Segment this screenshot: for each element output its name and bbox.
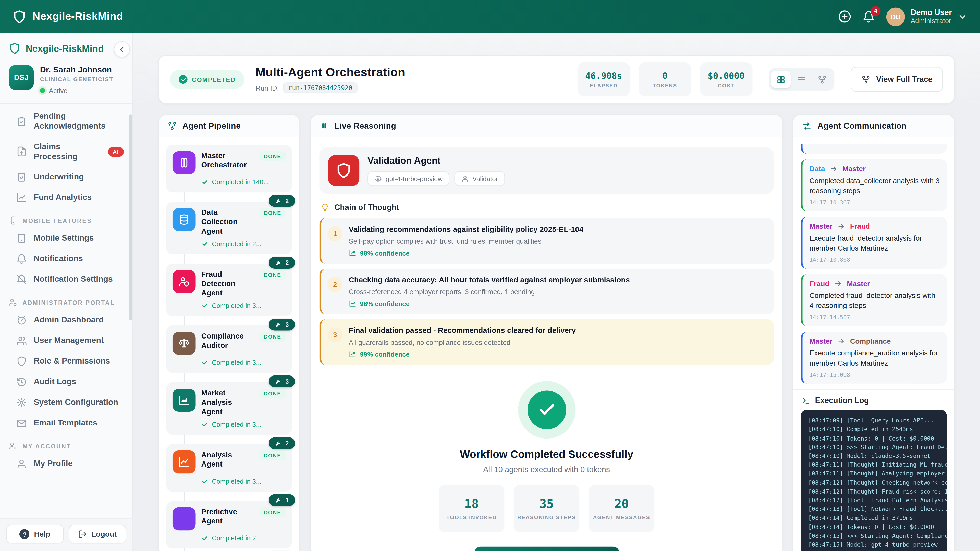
user-name: Demo User <box>911 8 952 17</box>
sidebar-shield-icon <box>9 43 21 55</box>
run-stat-tokens: 0TOKENS <box>639 62 691 96</box>
sidebar-item-user-management[interactable]: User Management <box>0 330 132 351</box>
sidebar-collapse-button[interactable] <box>114 41 130 58</box>
comm-message-1: DataMasterCompleted data_collector analy… <box>800 159 947 211</box>
run-stats: 46.908sELAPSED0TOKENS$0.0000COST <box>578 62 752 96</box>
tools-count-badge: 3 <box>269 375 295 387</box>
execution-log-panel[interactable]: [08:47:09] [Tool] Query Hours API... [08… <box>800 410 947 551</box>
step-number: 1 <box>328 226 342 241</box>
communication-scroll-area[interactable]: DataMasterCompleted data_collector analy… <box>793 138 955 384</box>
arrow-right-icon <box>834 280 842 287</box>
done-badge: DONE <box>259 389 286 399</box>
scales-icon <box>172 332 196 355</box>
chevron-down-icon <box>958 11 967 21</box>
success-halo <box>518 381 575 438</box>
database-icon <box>172 208 196 231</box>
view-full-trace-button[interactable]: View Full Trace <box>851 67 943 92</box>
avatar: DU <box>886 7 905 26</box>
sidebar-item-underwriting[interactable]: Underwriting <box>0 167 132 187</box>
pipeline-agent-fraud-detection-agent[interactable]: 2Fraud Detection AgentDONECompleted in 3… <box>166 264 292 316</box>
trace-tree-icon <box>861 75 870 84</box>
user-role: Administrator <box>911 17 952 25</box>
chain-of-thought-steps: 1Validating recommendations against elig… <box>319 218 773 365</box>
agent-communication-panel: Agent Communication DataMasterCompleted … <box>792 114 955 551</box>
pipeline-agent-analysis-agent[interactable]: 2Analysis AgentDONECompleted in 3... <box>166 444 292 492</box>
completion-stats: 18TOOLS INVOKED35REASONING STEPS20AGENT … <box>319 485 773 532</box>
list-view-button[interactable] <box>792 71 811 88</box>
user-menu[interactable]: DU Demo User Administrator <box>886 7 967 26</box>
status-badge: COMPLETED <box>170 70 244 89</box>
add-button[interactable] <box>838 10 851 23</box>
sidebar-item-fund-analytics[interactable]: Fund Analytics <box>0 187 132 208</box>
help-button[interactable]: ? Help <box>6 525 64 543</box>
page-title: Multi-Agent Orchestration <box>256 65 405 79</box>
arrow-right-icon <box>830 165 837 172</box>
tools-count-badge: 2 <box>269 437 295 449</box>
active-agent-name: Validation Agent <box>368 155 505 165</box>
cot-step-3: 3Final validation passed - Recommendatio… <box>319 319 773 365</box>
sidebar-brand: Nexgile-RiskMind <box>25 43 103 54</box>
run-header-card: COMPLETED Multi-Agent Orchestration Run … <box>158 55 955 104</box>
done-badge: DONE <box>259 151 286 161</box>
sidebar-item-role-permissions[interactable]: Role & Permissions <box>0 351 132 372</box>
chart-area-icon <box>172 389 196 412</box>
role-chip: Validator <box>455 171 505 186</box>
done-badge: DONE <box>259 270 286 280</box>
done-badge: DONE <box>259 451 286 460</box>
grid-view-button[interactable] <box>771 71 791 88</box>
sidebar-item-mobile-settings[interactable]: Mobile Settings <box>0 228 132 249</box>
logout-button[interactable]: Logout <box>68 525 126 543</box>
logout-icon <box>78 530 87 538</box>
live-reasoning-title: Live Reasoning <box>334 121 396 130</box>
done-badge: DONE <box>259 332 286 341</box>
sidebar-item-audit-logs[interactable]: Audit Logs <box>0 372 132 392</box>
flow-view-button[interactable] <box>812 71 832 88</box>
run-id-value: run-1767084425920 <box>283 83 357 93</box>
sidebar-item-notifications[interactable]: Notifications <box>0 249 132 269</box>
pipeline-agent-compliance-auditor[interactable]: 3Compliance AuditorDONECompleted in 3... <box>166 326 292 373</box>
agent-communication-title: Agent Communication <box>818 121 907 130</box>
chain-of-thought-title: Chain of Thought <box>334 203 399 212</box>
sidebar-item-system-configuration[interactable]: System Configuration <box>0 392 132 413</box>
notifications-button[interactable]: 4 <box>862 10 875 23</box>
view-toggle-group <box>769 68 834 91</box>
check-circle-icon <box>179 75 187 84</box>
sidebar-section-my-account: MY ACCOUNT <box>0 433 132 454</box>
pipeline-agent-market-analysis-agent[interactable]: 3Market Analysis AgentDONECompleted in 3… <box>166 383 292 435</box>
terminal-icon <box>802 396 810 405</box>
completion-stat-agent-messages: 20AGENT MESSAGES <box>589 485 654 532</box>
active-agent-card: Validation Agent gpt-4-turbo-preview Val… <box>319 148 773 194</box>
pipeline-agent-data-collection-agent[interactable]: 2Data Collection AgentDONECompleted in 2… <box>166 202 292 254</box>
user-shield-icon <box>172 270 196 293</box>
confidence-label: 99% confidence <box>349 351 576 358</box>
main-content: COMPLETED Multi-Agent Orchestration Run … <box>133 33 980 551</box>
sidebar-item-pending-acknowledgments[interactable]: Pending Acknowledgments <box>0 106 132 137</box>
help-icon: ? <box>20 529 30 539</box>
pipeline-agent-master-orchestrator[interactable]: Master OrchestratorDONECompleted in 140.… <box>166 145 292 192</box>
run-stat-cost: $0.0000COST <box>700 62 752 96</box>
tools-count-badge: 1 <box>269 494 295 506</box>
person-icon <box>461 175 469 183</box>
sidebar-scrollbar[interactable] <box>129 114 132 321</box>
validation-shield-icon <box>328 155 360 186</box>
notification-count-badge: 4 <box>870 6 880 16</box>
ai-badge: AI <box>108 147 124 157</box>
sidebar-item-claims-processing[interactable]: Claims ProcessingAI <box>0 137 132 167</box>
view-results-button[interactable]: View Results & Recommendations <box>474 547 619 551</box>
arrow-right-icon <box>838 222 845 230</box>
success-check-icon <box>527 391 566 429</box>
sidebar-item-notification-settings[interactable]: Notification Settings <box>0 269 132 290</box>
sidebar-item-my-profile[interactable]: My Profile <box>0 454 132 474</box>
tools-count-badge: 2 <box>269 257 295 269</box>
completion-stat-reasoning-steps: 35REASONING STEPS <box>514 485 579 532</box>
sidebar-item-admin-dashboard[interactable]: Admin Dashboard <box>0 310 132 330</box>
sidebar-section-mobile-features: MOBILE FEATURES <box>0 208 132 228</box>
tools-count-badge: 2 <box>269 195 295 207</box>
step-number: 3 <box>328 327 342 342</box>
pipeline-agent-predictive-agent[interactable]: 1Predictive AgentDONECompleted in 2... <box>166 501 292 548</box>
pipeline-icon <box>167 121 177 130</box>
sidebar-item-email-templates[interactable]: Email Templates <box>0 413 132 433</box>
brain-icon <box>172 151 196 175</box>
cot-step-1: 1Validating recommendations against elig… <box>319 218 773 264</box>
model-chip: gpt-4-turbo-preview <box>368 171 449 186</box>
